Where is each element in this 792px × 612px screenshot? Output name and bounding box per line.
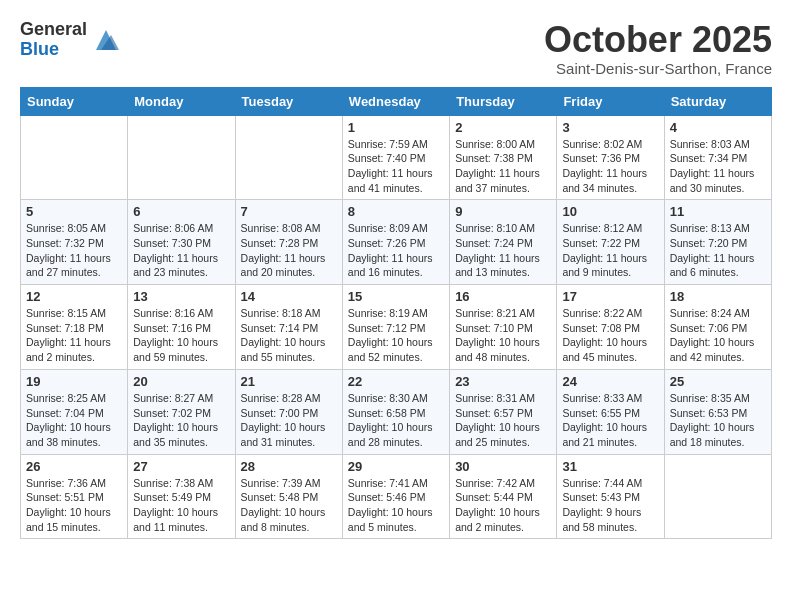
day-number: 21	[241, 374, 337, 389]
calendar-cell: 18Sunrise: 8:24 AMSunset: 7:06 PMDayligh…	[664, 285, 771, 370]
calendar-cell	[235, 115, 342, 200]
day-number: 8	[348, 204, 444, 219]
day-number: 15	[348, 289, 444, 304]
day-number: 3	[562, 120, 658, 135]
calendar-cell: 17Sunrise: 8:22 AMSunset: 7:08 PMDayligh…	[557, 285, 664, 370]
calendar-cell: 23Sunrise: 8:31 AMSunset: 6:57 PMDayligh…	[450, 369, 557, 454]
day-info: Sunrise: 8:21 AMSunset: 7:10 PMDaylight:…	[455, 306, 551, 365]
day-info: Sunrise: 7:41 AMSunset: 5:46 PMDaylight:…	[348, 476, 444, 535]
calendar-cell: 3Sunrise: 8:02 AMSunset: 7:36 PMDaylight…	[557, 115, 664, 200]
day-header-friday: Friday	[557, 87, 664, 115]
day-number: 30	[455, 459, 551, 474]
calendar-cell: 5Sunrise: 8:05 AMSunset: 7:32 PMDaylight…	[21, 200, 128, 285]
day-number: 23	[455, 374, 551, 389]
day-header-tuesday: Tuesday	[235, 87, 342, 115]
day-info: Sunrise: 8:16 AMSunset: 7:16 PMDaylight:…	[133, 306, 229, 365]
day-number: 19	[26, 374, 122, 389]
day-number: 2	[455, 120, 551, 135]
day-info: Sunrise: 8:28 AMSunset: 7:00 PMDaylight:…	[241, 391, 337, 450]
day-info: Sunrise: 7:36 AMSunset: 5:51 PMDaylight:…	[26, 476, 122, 535]
day-info: Sunrise: 8:13 AMSunset: 7:20 PMDaylight:…	[670, 221, 766, 280]
calendar-cell: 16Sunrise: 8:21 AMSunset: 7:10 PMDayligh…	[450, 285, 557, 370]
day-info: Sunrise: 8:02 AMSunset: 7:36 PMDaylight:…	[562, 137, 658, 196]
day-info: Sunrise: 8:05 AMSunset: 7:32 PMDaylight:…	[26, 221, 122, 280]
calendar-cell: 24Sunrise: 8:33 AMSunset: 6:55 PMDayligh…	[557, 369, 664, 454]
day-number: 12	[26, 289, 122, 304]
day-number: 6	[133, 204, 229, 219]
day-number: 16	[455, 289, 551, 304]
day-info: Sunrise: 7:59 AMSunset: 7:40 PMDaylight:…	[348, 137, 444, 196]
day-header-thursday: Thursday	[450, 87, 557, 115]
day-number: 29	[348, 459, 444, 474]
day-info: Sunrise: 8:08 AMSunset: 7:28 PMDaylight:…	[241, 221, 337, 280]
calendar-cell: 7Sunrise: 8:08 AMSunset: 7:28 PMDaylight…	[235, 200, 342, 285]
day-number: 24	[562, 374, 658, 389]
logo-blue-text: Blue	[20, 40, 87, 60]
calendar-cell	[21, 115, 128, 200]
calendar-week-5: 26Sunrise: 7:36 AMSunset: 5:51 PMDayligh…	[21, 454, 772, 539]
day-info: Sunrise: 8:27 AMSunset: 7:02 PMDaylight:…	[133, 391, 229, 450]
calendar-cell: 2Sunrise: 8:00 AMSunset: 7:38 PMDaylight…	[450, 115, 557, 200]
calendar-cell: 19Sunrise: 8:25 AMSunset: 7:04 PMDayligh…	[21, 369, 128, 454]
calendar-cell	[128, 115, 235, 200]
calendar-cell: 14Sunrise: 8:18 AMSunset: 7:14 PMDayligh…	[235, 285, 342, 370]
day-number: 4	[670, 120, 766, 135]
calendar-cell: 12Sunrise: 8:15 AMSunset: 7:18 PMDayligh…	[21, 285, 128, 370]
calendar-week-1: 1Sunrise: 7:59 AMSunset: 7:40 PMDaylight…	[21, 115, 772, 200]
day-header-sunday: Sunday	[21, 87, 128, 115]
calendar-cell: 8Sunrise: 8:09 AMSunset: 7:26 PMDaylight…	[342, 200, 449, 285]
day-info: Sunrise: 7:38 AMSunset: 5:49 PMDaylight:…	[133, 476, 229, 535]
day-number: 26	[26, 459, 122, 474]
day-number: 14	[241, 289, 337, 304]
calendar-cell: 26Sunrise: 7:36 AMSunset: 5:51 PMDayligh…	[21, 454, 128, 539]
day-number: 11	[670, 204, 766, 219]
calendar-cell: 30Sunrise: 7:42 AMSunset: 5:44 PMDayligh…	[450, 454, 557, 539]
day-info: Sunrise: 7:44 AMSunset: 5:43 PMDaylight:…	[562, 476, 658, 535]
day-header-monday: Monday	[128, 87, 235, 115]
day-info: Sunrise: 7:42 AMSunset: 5:44 PMDaylight:…	[455, 476, 551, 535]
calendar-cell: 11Sunrise: 8:13 AMSunset: 7:20 PMDayligh…	[664, 200, 771, 285]
day-info: Sunrise: 8:19 AMSunset: 7:12 PMDaylight:…	[348, 306, 444, 365]
page-header: General Blue October 2025 Saint-Denis-su…	[20, 20, 772, 77]
day-info: Sunrise: 8:10 AMSunset: 7:24 PMDaylight:…	[455, 221, 551, 280]
calendar-week-3: 12Sunrise: 8:15 AMSunset: 7:18 PMDayligh…	[21, 285, 772, 370]
calendar-week-2: 5Sunrise: 8:05 AMSunset: 7:32 PMDaylight…	[21, 200, 772, 285]
location-subtitle: Saint-Denis-sur-Sarthon, France	[544, 60, 772, 77]
day-number: 9	[455, 204, 551, 219]
calendar-cell: 29Sunrise: 7:41 AMSunset: 5:46 PMDayligh…	[342, 454, 449, 539]
calendar-cell	[664, 454, 771, 539]
day-info: Sunrise: 8:22 AMSunset: 7:08 PMDaylight:…	[562, 306, 658, 365]
calendar-cell: 1Sunrise: 7:59 AMSunset: 7:40 PMDaylight…	[342, 115, 449, 200]
day-info: Sunrise: 8:35 AMSunset: 6:53 PMDaylight:…	[670, 391, 766, 450]
day-number: 22	[348, 374, 444, 389]
calendar-cell: 9Sunrise: 8:10 AMSunset: 7:24 PMDaylight…	[450, 200, 557, 285]
logo-icon	[91, 25, 121, 55]
day-number: 17	[562, 289, 658, 304]
calendar-cell: 22Sunrise: 8:30 AMSunset: 6:58 PMDayligh…	[342, 369, 449, 454]
day-number: 20	[133, 374, 229, 389]
day-info: Sunrise: 8:09 AMSunset: 7:26 PMDaylight:…	[348, 221, 444, 280]
calendar-cell: 20Sunrise: 8:27 AMSunset: 7:02 PMDayligh…	[128, 369, 235, 454]
calendar-header-row: SundayMondayTuesdayWednesdayThursdayFrid…	[21, 87, 772, 115]
calendar-table: SundayMondayTuesdayWednesdayThursdayFrid…	[20, 87, 772, 540]
logo-general-text: General	[20, 20, 87, 40]
day-info: Sunrise: 8:25 AMSunset: 7:04 PMDaylight:…	[26, 391, 122, 450]
day-number: 25	[670, 374, 766, 389]
calendar-cell: 6Sunrise: 8:06 AMSunset: 7:30 PMDaylight…	[128, 200, 235, 285]
day-number: 1	[348, 120, 444, 135]
day-number: 5	[26, 204, 122, 219]
day-info: Sunrise: 8:30 AMSunset: 6:58 PMDaylight:…	[348, 391, 444, 450]
calendar-cell: 21Sunrise: 8:28 AMSunset: 7:00 PMDayligh…	[235, 369, 342, 454]
calendar-cell: 15Sunrise: 8:19 AMSunset: 7:12 PMDayligh…	[342, 285, 449, 370]
calendar-week-4: 19Sunrise: 8:25 AMSunset: 7:04 PMDayligh…	[21, 369, 772, 454]
logo: General Blue	[20, 20, 121, 60]
calendar-cell: 13Sunrise: 8:16 AMSunset: 7:16 PMDayligh…	[128, 285, 235, 370]
day-info: Sunrise: 8:00 AMSunset: 7:38 PMDaylight:…	[455, 137, 551, 196]
title-block: October 2025 Saint-Denis-sur-Sarthon, Fr…	[544, 20, 772, 77]
day-number: 13	[133, 289, 229, 304]
day-number: 27	[133, 459, 229, 474]
month-title: October 2025	[544, 20, 772, 60]
day-info: Sunrise: 7:39 AMSunset: 5:48 PMDaylight:…	[241, 476, 337, 535]
day-info: Sunrise: 8:15 AMSunset: 7:18 PMDaylight:…	[26, 306, 122, 365]
calendar-cell: 25Sunrise: 8:35 AMSunset: 6:53 PMDayligh…	[664, 369, 771, 454]
